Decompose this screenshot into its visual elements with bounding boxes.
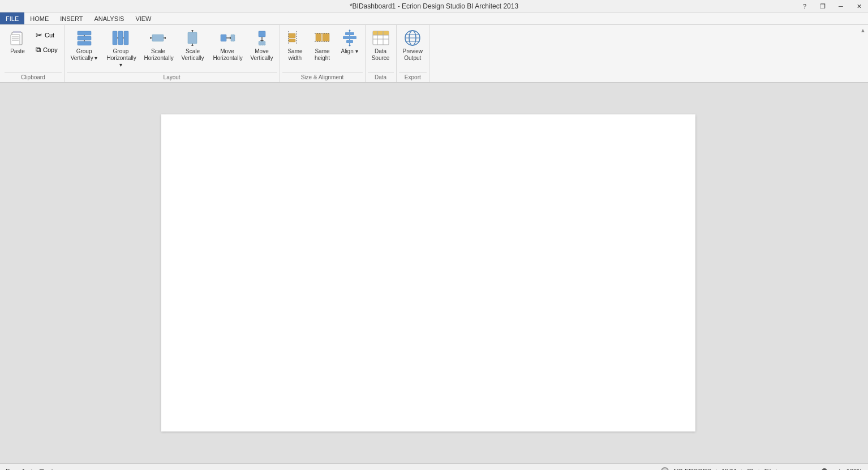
size-alignment-content: Samewidth Sameheight	[282, 26, 363, 71]
svg-rect-44	[345, 32, 354, 35]
page-label: Page 1	[6, 468, 25, 471]
page-prev-button[interactable]: ▲	[28, 467, 36, 471]
clipboard-label: Clipboard	[5, 72, 62, 82]
svg-rect-31	[259, 31, 265, 37]
add-page-button[interactable]: ＋	[48, 466, 56, 471]
group-v-icon	[75, 29, 93, 47]
svg-rect-30	[231, 35, 235, 41]
data-content: DataSource	[368, 26, 394, 71]
svg-rect-12	[113, 31, 117, 45]
svg-marker-25	[191, 30, 194, 32]
scale-v-icon	[183, 29, 201, 47]
scale-v-label: ScaleVertically	[181, 48, 204, 62]
data-label: Data	[368, 72, 394, 82]
scale-h-label: ScaleHorizontally	[144, 48, 172, 62]
preview-output-label: PreviewOutput	[403, 48, 423, 62]
zoom-slider-thumb	[822, 468, 827, 471]
move-h-label: MoveHorizontally	[213, 48, 242, 62]
ribbon-group-size-alignment: Samewidth Sameheight	[280, 25, 366, 82]
status-bar: Page 1 ▲ ▼ ＋ NO ERRORS | NUM | ⊞ | Fit |…	[0, 463, 868, 470]
zoom-minus-button[interactable]: ─	[782, 467, 788, 471]
move-v-icon	[253, 29, 271, 47]
export-label: Export	[399, 72, 427, 82]
group-vertically-button[interactable]: GroupVertically ▾	[67, 26, 102, 65]
group-v-label: GroupVertically ▾	[71, 48, 98, 62]
same-width-label: Samewidth	[287, 48, 302, 62]
menu-file[interactable]: FILE	[0, 12, 24, 24]
scale-vertically-button[interactable]: ScaleVertically	[177, 26, 208, 65]
svg-rect-35	[289, 33, 295, 38]
data-source-icon	[372, 29, 390, 47]
copy-button[interactable]: ⧉ Copy	[32, 43, 62, 57]
svg-rect-36	[289, 39, 295, 42]
align-button[interactable]: Align ▾	[337, 26, 363, 58]
svg-rect-27	[221, 35, 226, 41]
menu-insert[interactable]: INSERT	[54, 12, 88, 24]
preview-output-button[interactable]: PreviewOutput	[399, 26, 427, 65]
svg-rect-34	[259, 41, 265, 45]
right-panel	[707, 83, 868, 463]
menu-view[interactable]: VIEW	[130, 12, 157, 24]
group-h-label: GroupHorizontally ▾	[106, 48, 135, 69]
layout-label: Layout	[67, 72, 277, 82]
copy-icon: ⧉	[36, 45, 41, 54]
data-source-button[interactable]: DataSource	[368, 26, 394, 65]
cut-button[interactable]: ✂ Cut	[32, 28, 62, 42]
cut-copy-group: ✂ Cut ⧉ Copy	[32, 26, 62, 57]
svg-rect-13	[118, 31, 123, 45]
help-button[interactable]: ?	[796, 0, 814, 12]
layout-content: GroupVertically ▾ GroupHorizontally ▾	[67, 26, 277, 71]
move-h-icon	[218, 29, 237, 47]
move-vertically-button[interactable]: MoveVertically	[247, 26, 277, 65]
restore-button[interactable]: ❐	[814, 0, 832, 12]
status-indicator	[661, 467, 669, 471]
fit-button[interactable]: Fit	[764, 468, 771, 471]
no-errors-label: NO ERRORS	[673, 468, 711, 471]
menu-analysis[interactable]: ANALYSIS	[88, 12, 130, 24]
ribbon-group-export: PreviewOutput Export	[397, 25, 430, 82]
clipboard-content: Paste ✂ Cut ⧉ Copy	[5, 26, 62, 71]
close-button[interactable]: ✕	[850, 0, 868, 12]
svg-marker-21	[164, 37, 166, 39]
cut-label: Cut	[45, 32, 54, 39]
svg-rect-7	[78, 31, 91, 35]
status-left: Page 1 ▲ ▼ ＋	[6, 466, 655, 471]
group-h-icon	[111, 29, 130, 47]
same-height-icon	[313, 29, 332, 47]
move-v-label: MoveVertically	[251, 48, 273, 62]
svg-rect-3	[11, 35, 20, 45]
zoom-plus-button[interactable]: +	[837, 467, 842, 471]
svg-rect-46	[346, 40, 353, 43]
ribbon-group-layout: GroupVertically ▾ GroupHorizontally ▾	[65, 25, 280, 82]
scale-horizontally-button[interactable]: ScaleHorizontally	[140, 26, 176, 65]
page-nav: Page 1 ▲ ▼ ＋	[6, 466, 56, 471]
main-area	[0, 83, 868, 463]
align-icon	[341, 29, 359, 47]
canvas-area[interactable]	[150, 83, 707, 463]
svg-rect-55	[373, 32, 377, 35]
status-right: NO ERRORS | NUM | ⊞ | Fit | ─ + 100%	[661, 467, 862, 471]
same-height-button[interactable]: Sameheight	[310, 26, 336, 65]
same-width-button[interactable]: Samewidth	[282, 26, 308, 65]
svg-rect-14	[124, 31, 128, 45]
paste-icon	[8, 29, 27, 47]
canvas[interactable]	[161, 114, 695, 431]
menu-home[interactable]: HOME	[24, 12, 54, 24]
cut-icon: ✂	[36, 31, 42, 40]
grid-icon[interactable]: ⊞	[747, 467, 754, 471]
paste-button[interactable]: Paste	[5, 26, 31, 58]
ribbon-collapse[interactable]: ▲	[860, 25, 866, 82]
minimize-button[interactable]: ─	[832, 0, 850, 12]
preview-icon	[403, 29, 422, 47]
same-height-label: Sameheight	[315, 48, 330, 62]
svg-marker-48	[349, 45, 351, 46]
move-horizontally-button[interactable]: MoveHorizontally	[209, 26, 246, 65]
svg-marker-20	[150, 37, 152, 39]
svg-rect-17	[152, 35, 164, 41]
page-next-button[interactable]: ▼	[38, 467, 46, 471]
copy-label: Copy	[43, 46, 58, 53]
data-source-label: DataSource	[372, 48, 390, 62]
paste-label: Paste	[10, 48, 25, 55]
group-horizontally-button[interactable]: GroupHorizontally ▾	[102, 26, 139, 71]
svg-rect-40	[323, 33, 329, 41]
